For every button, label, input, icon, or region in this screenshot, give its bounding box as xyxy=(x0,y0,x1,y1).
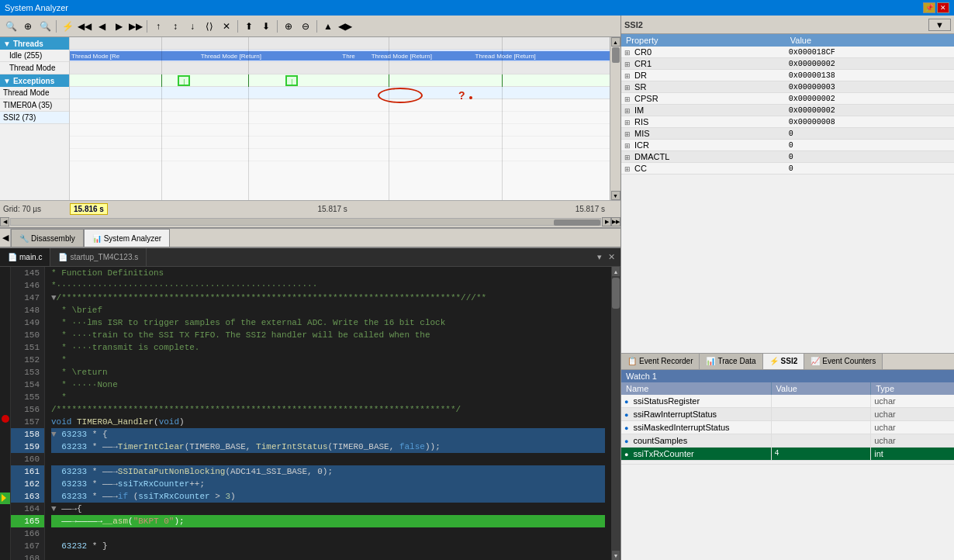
scroll-thumb[interactable] xyxy=(612,47,620,63)
scroll-right-arrow[interactable]: ▶ xyxy=(602,217,611,226)
prop-row-cr0[interactable]: ⊞ CR0 0x000018CF xyxy=(621,47,954,58)
ln-149: 149 xyxy=(11,316,44,329)
prop-row-mis[interactable]: ⊞ MIS 0 xyxy=(621,128,954,140)
bp-157 xyxy=(0,402,10,413)
timeline-content: Thread Mode [Re Thread Mode [Return] Thr… xyxy=(70,37,610,200)
next-btn[interactable]: ▶ xyxy=(111,19,126,34)
watch-enter-expr-row[interactable] xyxy=(621,460,954,464)
scroll-up-arrow[interactable]: ▲ xyxy=(611,37,620,47)
code-content: * Function Definitions *················… xyxy=(45,267,611,560)
sep4 xyxy=(277,20,278,33)
trace-data-tab[interactable]: 📊 Trace Data xyxy=(700,354,762,369)
code-line-146: *·······································… xyxy=(51,279,605,292)
prop-row-icr[interactable]: ⊞ ICR 0 xyxy=(621,140,954,151)
code-vscroll[interactable]: ▲ ▼ xyxy=(611,267,620,560)
prop-row-dr[interactable]: ⊞ DR 0x00000138 xyxy=(621,70,954,81)
bookmark-btn[interactable]: ▲ xyxy=(320,19,336,34)
ssi2-dropdown[interactable]: ▼ xyxy=(928,19,951,31)
timeline-fill xyxy=(70,161,610,200)
fit-btn[interactable]: 🔍 xyxy=(37,19,53,34)
expand-cpsr[interactable]: ⊞ xyxy=(624,95,631,103)
zoom-out2-btn[interactable]: ⊖ xyxy=(298,19,313,34)
pin-button[interactable]: 📌 xyxy=(923,2,935,13)
next-next-btn[interactable]: ▶▶ xyxy=(128,19,143,34)
time-end-mark: 15.817 s xyxy=(576,205,605,213)
scroll-down-arrow[interactable]: ▼ xyxy=(611,191,620,200)
property-table: Property Value ⊞ CR0 0x000018CF ⊞ CR1 0x… xyxy=(621,34,954,175)
prev-btn[interactable]: ◀ xyxy=(94,19,109,34)
sep1 xyxy=(56,20,57,33)
zoom-in-btn[interactable]: 🔍 xyxy=(3,19,19,34)
watch-row-ssistatusregister[interactable]: ● ssiStatusRegister uchar xyxy=(621,395,954,408)
event-recorder-icon: 📋 xyxy=(627,357,637,365)
watch-enter-expr[interactable] xyxy=(621,460,954,464)
system-analyzer-tab[interactable]: 📊 System Analyzer xyxy=(84,229,170,247)
expand-ris[interactable]: ⊞ xyxy=(624,119,631,126)
expand-icr[interactable]: ⊞ xyxy=(624,142,631,150)
code-close-btn[interactable]: ✕ xyxy=(606,252,617,262)
h-scroll-end[interactable]: ▶▶ xyxy=(611,217,620,226)
expand-sr[interactable]: ⊞ xyxy=(624,84,631,92)
sep3 xyxy=(237,20,238,33)
ln-152: 152 xyxy=(11,354,44,366)
zoom-in2-btn[interactable]: ⊕ xyxy=(281,19,296,34)
code-scroll-thumb[interactable] xyxy=(612,278,620,309)
prop-row-cpsr[interactable]: ⊞ CPSR 0x00000002 xyxy=(621,93,954,105)
system-analyzer-icon: 📊 xyxy=(92,234,102,243)
expand-mis[interactable]: ⊞ xyxy=(624,130,631,138)
code-line-168 xyxy=(51,552,605,560)
expand-dr[interactable]: ⊞ xyxy=(624,72,631,80)
prev-prev-btn[interactable]: ◀◀ xyxy=(77,19,92,34)
scroll-up-btn[interactable]: ⬆ xyxy=(241,19,257,34)
code-line-166 xyxy=(51,527,605,540)
watch-row-countsamples[interactable]: ● countSamples uchar xyxy=(621,434,954,447)
disassembly-tab[interactable]: 🔧 Disassembly xyxy=(11,229,84,247)
clear-btn[interactable]: ✕ xyxy=(219,19,234,34)
expand-btn[interactable]: ↕ xyxy=(168,19,183,34)
ssi2-tab-icon: ⚡ xyxy=(769,357,779,365)
code-line-158: ▼ 63233 * { xyxy=(51,428,605,441)
collapse-btn[interactable]: ⟨⟩ xyxy=(202,19,217,34)
code-scroll-up[interactable]: ▲ xyxy=(612,267,620,276)
watch-row-ssitxrxcounter[interactable]: ● ssiTxRxCounter 4 int xyxy=(621,447,954,460)
zoom-out-btn[interactable]: ⊕ xyxy=(20,19,36,34)
scroll-left-arrow[interactable]: ◀ xyxy=(0,217,9,226)
scroll-down-btn[interactable]: ⬇ xyxy=(258,19,274,34)
code-line-167: 63232 * } xyxy=(51,540,605,552)
startup-tab[interactable]: 📄 startup_TM4C123.s xyxy=(50,248,147,266)
prop-row-im[interactable]: ⊞ IM 0x00000002 xyxy=(621,105,954,116)
h-scrollbar[interactable]: ◀ ▶ ▶▶ xyxy=(0,216,620,227)
dropdown-arrow: ▼ xyxy=(935,20,944,29)
prop-row-sr[interactable]: ⊞ SR 0x00000003 xyxy=(621,81,954,93)
prop-row-cc[interactable]: ⊞ CC 0 xyxy=(621,163,954,175)
watch-row-ssimaskedinterruptstatus[interactable]: ● ssiMaskedInterruptStatus uchar xyxy=(621,420,954,434)
timeline-vscroll[interactable]: ▲ ▼ xyxy=(610,37,620,200)
ssi2-label: SSI2 (73) xyxy=(0,112,69,124)
h-scroll-track[interactable] xyxy=(10,218,601,226)
expand-cc[interactable]: ⊞ xyxy=(624,165,631,173)
prop-row-ris[interactable]: ⊞ RIS 0x00000008 xyxy=(621,116,954,128)
main-c-tab[interactable]: 📄 main.c xyxy=(0,248,50,266)
event-recorder-tab[interactable]: 📋 Event Recorder xyxy=(621,354,700,369)
expand-cr0[interactable]: ⊞ xyxy=(624,49,631,57)
close-button[interactable]: ✕ xyxy=(937,2,949,13)
event-counters-tab[interactable]: 📈 Event Counters xyxy=(804,354,883,369)
watch-title: Watch 1 xyxy=(626,372,657,381)
expand-dmactl[interactable]: ⊞ xyxy=(624,154,631,161)
prop-row-cr1[interactable]: ⊞ CR1 0x00000002 xyxy=(621,58,954,70)
tab-back-btn[interactable]: ◀ xyxy=(0,229,11,247)
start-btn[interactable]: ⚡ xyxy=(60,19,75,34)
watch-value-ssirawinterruptstatus xyxy=(771,407,871,420)
code-scroll-down[interactable]: ▼ xyxy=(612,551,620,560)
code-collapse-btn[interactable]: ▾ xyxy=(595,252,604,262)
expand-cr1[interactable]: ⊞ xyxy=(624,60,631,68)
expand-im[interactable]: ⊞ xyxy=(624,107,631,115)
watch-row-ssirawinterruptstatus[interactable]: ● ssiRawInterruptStatus uchar xyxy=(621,407,954,420)
prop-row-dmactl[interactable]: ⊞ DMACTL 0 xyxy=(621,151,954,163)
go-btn[interactable]: ◀▶ xyxy=(337,19,353,34)
watch-name-label-ssirawinterruptstatus: ssiRawInterruptStatus xyxy=(634,410,717,419)
ssi2-tab[interactable]: ⚡ SSI2 xyxy=(763,354,805,369)
down-btn[interactable]: ↓ xyxy=(185,19,200,34)
h-scroll-thumb[interactable] xyxy=(554,220,600,226)
up-btn[interactable]: ↑ xyxy=(150,19,166,34)
